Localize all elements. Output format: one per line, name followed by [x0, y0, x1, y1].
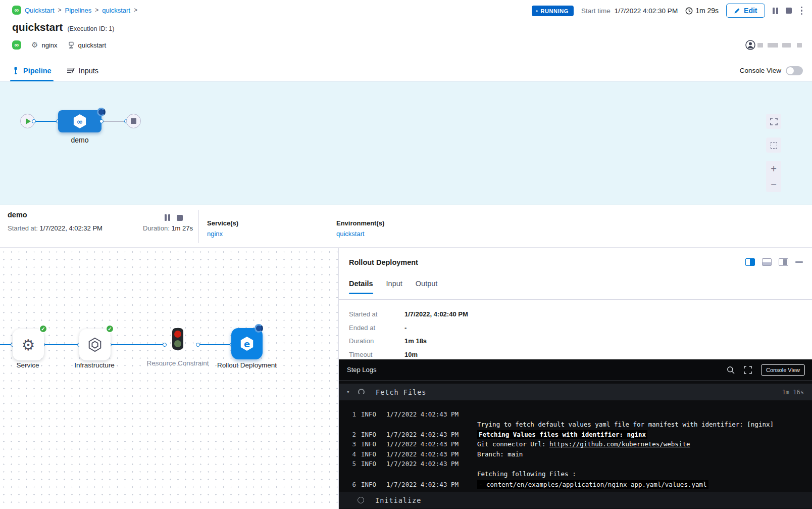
infrastructure-hexagon-icon	[87, 337, 103, 353]
search-icon[interactable]	[727, 366, 735, 374]
stage-started-at: Started at: 1/7/2022, 4:02:32 PM	[8, 224, 103, 232]
redacted-text	[797, 43, 802, 48]
execution-id: (Execution ID: 1)	[67, 25, 114, 32]
node-infrastructure[interactable]: ✓	[79, 329, 111, 360]
status-badge: RUNNING	[532, 6, 574, 16]
console-view-toggle[interactable]	[786, 66, 803, 75]
redacted-text	[768, 43, 778, 48]
stage-details-bar: demo Started at: 1/7/2022, 4:02:32 PM Du…	[0, 205, 812, 248]
node-label-rollout-deployment: Rollout Deployment	[214, 360, 280, 371]
stage-label: demo	[58, 136, 102, 144]
step-logs-title: Step Logs	[347, 366, 377, 374]
edge	[199, 344, 232, 345]
expand-logs-icon[interactable]	[744, 366, 752, 374]
log-link[interactable]: https://github.com/kubernetes/website	[549, 440, 690, 448]
stage-duration: Duration: 1m 27s	[143, 224, 193, 232]
clock-icon	[685, 7, 693, 15]
detail-row-ended-at: Ended at-	[349, 323, 468, 333]
stage-pause-button[interactable]	[165, 214, 170, 221]
edge	[44, 344, 79, 345]
log-section-name: Fetch Files	[376, 388, 426, 396]
tab-output[interactable]: Output	[416, 280, 438, 294]
log-row: 4INFO1/7/2022 4:02:43 PMBranch: main	[339, 450, 812, 460]
tab-details[interactable]: Details	[349, 280, 373, 294]
log-section-initialize[interactable]: Initialize	[339, 492, 812, 508]
view-tabbar: Pipeline Inputs Console View	[0, 60, 812, 81]
tab-input[interactable]: Input	[386, 280, 402, 294]
svg-text:∞: ∞	[77, 117, 83, 126]
zoom-out-button[interactable]: −	[771, 179, 777, 190]
services-column: Service(s) nginx	[207, 219, 238, 238]
pipeline-canvas[interactable]: ∞ demo + −	[0, 81, 812, 205]
environment-link-quickstart[interactable]: quickstart	[336, 230, 365, 238]
stage-stop-button[interactable]	[177, 215, 183, 221]
environment-tag[interactable]: quickstart	[68, 41, 107, 49]
pause-execution-button[interactable]	[773, 8, 778, 14]
breadcrumb-link-pipeline[interactable]: quickstart	[102, 7, 130, 14]
start-time: Start time 1/7/2022 4:02:30 PM	[581, 7, 678, 15]
start-time-value: 1/7/2022 4:02:30 PM	[615, 7, 678, 15]
breadcrumb: ∞ Quickstart > Pipelines > quickstart >	[12, 6, 137, 15]
environment-icon	[68, 41, 75, 49]
zoom-in-button[interactable]: +	[771, 164, 777, 174]
node-rollout-deployment[interactable]: e	[231, 328, 263, 359]
step-panel-title: Rollout Deployment	[349, 258, 418, 266]
breadcrumb-link-quickstart[interactable]: Quickstart	[25, 7, 55, 14]
traffic-red-light-icon	[174, 331, 181, 338]
port-dot	[196, 343, 200, 347]
chevron-down-icon: ▾	[346, 389, 353, 395]
execution-header-actions: RUNNING Start time 1/7/2022 4:02:30 PM 1…	[532, 4, 804, 18]
breadcrumb-separator: >	[95, 7, 98, 14]
console-view-control: Console View	[740, 60, 803, 81]
edge-stage-to-end	[102, 121, 127, 122]
stop-execution-button[interactable]	[786, 8, 792, 14]
port-dot	[99, 119, 104, 123]
rollout-deployment-icon: e	[238, 335, 256, 352]
redacted-text	[757, 43, 763, 48]
fit-to-screen-button[interactable]	[766, 137, 781, 153]
service-gear-icon: ⚙	[22, 336, 35, 354]
breadcrumb-link-pipelines[interactable]: Pipelines	[65, 7, 92, 14]
port-dot	[163, 343, 167, 347]
divider	[339, 299, 812, 300]
service-link-nginx[interactable]: nginx	[207, 230, 223, 238]
page-title: quickstart	[12, 21, 63, 33]
edit-button[interactable]: Edit	[726, 4, 765, 18]
port-dot	[32, 119, 36, 123]
minimize-panel-button[interactable]	[795, 261, 803, 263]
layout-split-horizontal-button[interactable]	[762, 258, 772, 266]
stop-icon	[131, 118, 136, 124]
stage-node-demo[interactable]: ∞	[58, 110, 102, 132]
log-section-name: Initialize	[375, 496, 421, 504]
fullscreen-button[interactable]	[766, 114, 781, 129]
execution-graph-canvas[interactable]: ⚙ ✓ ✓ e Service Infrastructure Resource …	[0, 248, 338, 509]
log-section-fetch-files[interactable]: ▾ Fetch Files 1m 16s	[339, 384, 812, 400]
more-options-button[interactable]	[799, 7, 804, 15]
page-header: ∞ Quickstart > Pipelines > quickstart > …	[0, 0, 812, 60]
harness-project-icon: ∞	[12, 6, 21, 15]
log-row: Fetching following Files :	[339, 470, 812, 480]
stage-running-spinner-icon	[97, 108, 106, 116]
layout-split-vertical-button[interactable]	[745, 258, 755, 266]
node-label-service: Service	[0, 360, 61, 371]
breadcrumb-separator: >	[134, 7, 137, 14]
node-service[interactable]: ⚙ ✓	[13, 329, 44, 360]
tab-pipeline[interactable]: Pipeline	[12, 60, 52, 81]
pipeline-end-node[interactable]	[126, 114, 141, 128]
edge	[111, 344, 165, 345]
detail-row-duration: Duration1m 18s	[349, 336, 468, 346]
pipeline-icon	[12, 67, 19, 75]
service-tag[interactable]: ⚙ nginx	[31, 40, 58, 50]
step-details-list: Started at1/7/2022, 4:02:40 PM Ended at-…	[349, 309, 468, 363]
play-icon	[26, 118, 31, 124]
console-view-button[interactable]: Console View	[761, 364, 805, 376]
detail-row-started-at: Started at1/7/2022, 4:02:40 PM	[349, 309, 468, 319]
log-row: 3INFO1/7/2022 4:02:43 PMGit connector Ur…	[339, 440, 812, 450]
layout-panel-right-button[interactable]	[779, 258, 788, 266]
gear-icon: ⚙	[31, 40, 38, 50]
environments-column: Environment(s) quickstart	[336, 219, 384, 238]
tags-row: ∞ ⚙ nginx quickstart	[12, 40, 106, 50]
node-resource-constraint[interactable]	[172, 328, 183, 350]
pending-circle-icon	[358, 497, 364, 503]
tab-inputs[interactable]: Inputs	[67, 60, 99, 81]
